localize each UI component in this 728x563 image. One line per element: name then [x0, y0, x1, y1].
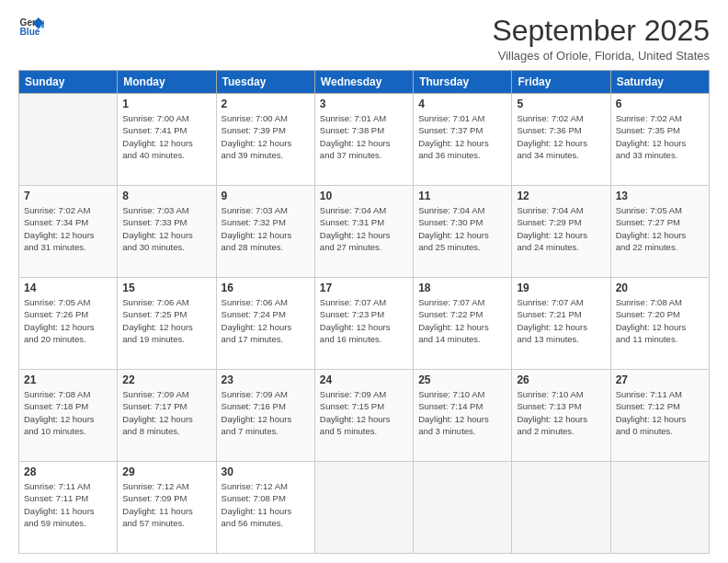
cell-5-1: 28Sunrise: 7:11 AM Sunset: 7:11 PM Dayli… — [19, 462, 118, 554]
day-number: 11 — [418, 190, 506, 202]
cell-3-1: 14Sunrise: 7:05 AM Sunset: 7:26 PM Dayli… — [19, 278, 118, 370]
cell-info: Sunrise: 7:06 AM Sunset: 7:25 PM Dayligh… — [122, 296, 210, 345]
day-number: 2 — [222, 98, 310, 110]
cell-info: Sunrise: 7:02 AM Sunset: 7:35 PM Dayligh… — [616, 112, 704, 161]
cell-1-6: 5Sunrise: 7:02 AM Sunset: 7:36 PM Daylig… — [512, 94, 610, 186]
cell-info: Sunrise: 7:05 AM Sunset: 7:26 PM Dayligh… — [24, 296, 112, 345]
header-row: Sunday Monday Tuesday Wednesday Thursday… — [19, 71, 710, 94]
day-number: 8 — [122, 190, 210, 202]
col-thursday: Thursday — [414, 71, 512, 94]
day-number: 7 — [24, 190, 112, 202]
cell-3-3: 16Sunrise: 7:06 AM Sunset: 7:24 PM Dayli… — [216, 278, 314, 370]
day-number: 17 — [320, 282, 408, 294]
cell-info: Sunrise: 7:04 AM Sunset: 7:29 PM Dayligh… — [517, 204, 605, 253]
cell-info: Sunrise: 7:07 AM Sunset: 7:22 PM Dayligh… — [418, 296, 506, 345]
cell-info: Sunrise: 7:02 AM Sunset: 7:36 PM Dayligh… — [517, 112, 605, 161]
month-title: September 2025 — [492, 15, 710, 47]
logo: General Blue — [18, 15, 46, 40]
cell-4-5: 25Sunrise: 7:10 AM Sunset: 7:14 PM Dayli… — [414, 370, 512, 462]
cell-2-6: 12Sunrise: 7:04 AM Sunset: 7:29 PM Dayli… — [512, 186, 610, 278]
week-row-3: 14Sunrise: 7:05 AM Sunset: 7:26 PM Dayli… — [19, 278, 710, 370]
day-number: 15 — [122, 282, 210, 294]
day-number: 30 — [222, 465, 310, 478]
day-number: 14 — [24, 282, 112, 294]
cell-1-4: 3Sunrise: 7:01 AM Sunset: 7:38 PM Daylig… — [314, 94, 413, 186]
cell-5-4 — [314, 462, 413, 554]
cell-1-2: 1Sunrise: 7:00 AM Sunset: 7:41 PM Daylig… — [118, 94, 216, 186]
cell-info: Sunrise: 7:04 AM Sunset: 7:31 PM Dayligh… — [320, 204, 408, 253]
cell-info: Sunrise: 7:03 AM Sunset: 7:32 PM Dayligh… — [222, 204, 310, 253]
col-friday: Friday — [512, 71, 610, 94]
col-monday: Monday — [118, 71, 216, 94]
subtitle: Villages of Oriole, Florida, United Stat… — [492, 49, 710, 63]
cell-info: Sunrise: 7:08 AM Sunset: 7:20 PM Dayligh… — [616, 296, 704, 345]
day-number: 6 — [616, 98, 704, 110]
week-row-5: 28Sunrise: 7:11 AM Sunset: 7:11 PM Dayli… — [19, 462, 710, 554]
cell-4-1: 21Sunrise: 7:08 AM Sunset: 7:18 PM Dayli… — [19, 370, 118, 462]
day-number: 22 — [122, 373, 210, 386]
cell-4-3: 23Sunrise: 7:09 AM Sunset: 7:16 PM Dayli… — [216, 370, 314, 462]
cell-info: Sunrise: 7:08 AM Sunset: 7:18 PM Dayligh… — [24, 388, 112, 437]
cell-info: Sunrise: 7:10 AM Sunset: 7:13 PM Dayligh… — [517, 388, 605, 437]
day-number: 19 — [517, 282, 605, 294]
header: General Blue September 2025 Villages of … — [18, 15, 710, 63]
cell-3-2: 15Sunrise: 7:06 AM Sunset: 7:25 PM Dayli… — [118, 278, 216, 370]
calendar-table: Sunday Monday Tuesday Wednesday Thursday… — [18, 70, 710, 554]
day-number: 27 — [616, 373, 704, 386]
cell-info: Sunrise: 7:04 AM Sunset: 7:30 PM Dayligh… — [418, 204, 506, 253]
cell-info: Sunrise: 7:10 AM Sunset: 7:14 PM Dayligh… — [418, 388, 506, 437]
title-block: September 2025 Villages of Oriole, Flori… — [492, 15, 710, 63]
day-number: 4 — [418, 98, 506, 110]
cell-2-7: 13Sunrise: 7:05 AM Sunset: 7:27 PM Dayli… — [610, 186, 709, 278]
cell-4-4: 24Sunrise: 7:09 AM Sunset: 7:15 PM Dayli… — [314, 370, 413, 462]
cell-info: Sunrise: 7:09 AM Sunset: 7:15 PM Dayligh… — [320, 388, 408, 437]
cell-3-4: 17Sunrise: 7:07 AM Sunset: 7:23 PM Dayli… — [314, 278, 413, 370]
cell-info: Sunrise: 7:00 AM Sunset: 7:39 PM Dayligh… — [222, 112, 310, 161]
cell-2-2: 8Sunrise: 7:03 AM Sunset: 7:33 PM Daylig… — [118, 186, 216, 278]
cell-1-3: 2Sunrise: 7:00 AM Sunset: 7:39 PM Daylig… — [216, 94, 314, 186]
col-saturday: Saturday — [610, 71, 709, 94]
cell-3-7: 20Sunrise: 7:08 AM Sunset: 7:20 PM Dayli… — [610, 278, 709, 370]
day-number: 13 — [616, 190, 704, 202]
cell-5-5 — [414, 462, 512, 554]
cell-info: Sunrise: 7:05 AM Sunset: 7:27 PM Dayligh… — [616, 204, 704, 253]
day-number: 3 — [320, 98, 408, 110]
day-number: 1 — [122, 98, 210, 110]
cell-info: Sunrise: 7:01 AM Sunset: 7:37 PM Dayligh… — [418, 112, 506, 161]
day-number: 5 — [517, 98, 605, 110]
day-number: 9 — [222, 190, 310, 202]
cell-info: Sunrise: 7:09 AM Sunset: 7:16 PM Dayligh… — [222, 388, 310, 437]
col-wednesday: Wednesday — [314, 71, 413, 94]
cell-4-7: 27Sunrise: 7:11 AM Sunset: 7:12 PM Dayli… — [610, 370, 709, 462]
cell-5-6 — [512, 462, 610, 554]
cell-info: Sunrise: 7:12 AM Sunset: 7:08 PM Dayligh… — [222, 480, 310, 529]
cell-5-7 — [610, 462, 709, 554]
cell-2-5: 11Sunrise: 7:04 AM Sunset: 7:30 PM Dayli… — [414, 186, 512, 278]
col-sunday: Sunday — [19, 71, 118, 94]
cell-info: Sunrise: 7:03 AM Sunset: 7:33 PM Dayligh… — [122, 204, 210, 253]
cell-info: Sunrise: 7:01 AM Sunset: 7:38 PM Dayligh… — [320, 112, 408, 161]
cell-5-2: 29Sunrise: 7:12 AM Sunset: 7:09 PM Dayli… — [118, 462, 216, 554]
cell-info: Sunrise: 7:07 AM Sunset: 7:23 PM Dayligh… — [320, 296, 408, 345]
day-number: 23 — [222, 373, 310, 386]
cell-2-3: 9Sunrise: 7:03 AM Sunset: 7:32 PM Daylig… — [216, 186, 314, 278]
day-number: 25 — [418, 373, 506, 386]
day-number: 16 — [222, 282, 310, 294]
page: General Blue September 2025 Villages of … — [0, 0, 728, 563]
cell-info: Sunrise: 7:11 AM Sunset: 7:12 PM Dayligh… — [616, 388, 704, 437]
cell-4-2: 22Sunrise: 7:09 AM Sunset: 7:17 PM Dayli… — [118, 370, 216, 462]
day-number: 18 — [418, 282, 506, 294]
cell-info: Sunrise: 7:12 AM Sunset: 7:09 PM Dayligh… — [122, 480, 210, 529]
cell-info: Sunrise: 7:07 AM Sunset: 7:21 PM Dayligh… — [517, 296, 605, 345]
week-row-1: 1Sunrise: 7:00 AM Sunset: 7:41 PM Daylig… — [19, 94, 710, 186]
col-tuesday: Tuesday — [216, 71, 314, 94]
cell-1-1 — [19, 94, 118, 186]
cell-info: Sunrise: 7:02 AM Sunset: 7:34 PM Dayligh… — [24, 204, 112, 253]
cell-2-1: 7Sunrise: 7:02 AM Sunset: 7:34 PM Daylig… — [19, 186, 118, 278]
cell-5-3: 30Sunrise: 7:12 AM Sunset: 7:08 PM Dayli… — [216, 462, 314, 554]
cell-1-7: 6Sunrise: 7:02 AM Sunset: 7:35 PM Daylig… — [610, 94, 709, 186]
day-number: 10 — [320, 190, 408, 202]
day-number: 12 — [517, 190, 605, 202]
logo-icon: General Blue — [18, 15, 44, 40]
cell-info: Sunrise: 7:00 AM Sunset: 7:41 PM Dayligh… — [122, 112, 210, 161]
